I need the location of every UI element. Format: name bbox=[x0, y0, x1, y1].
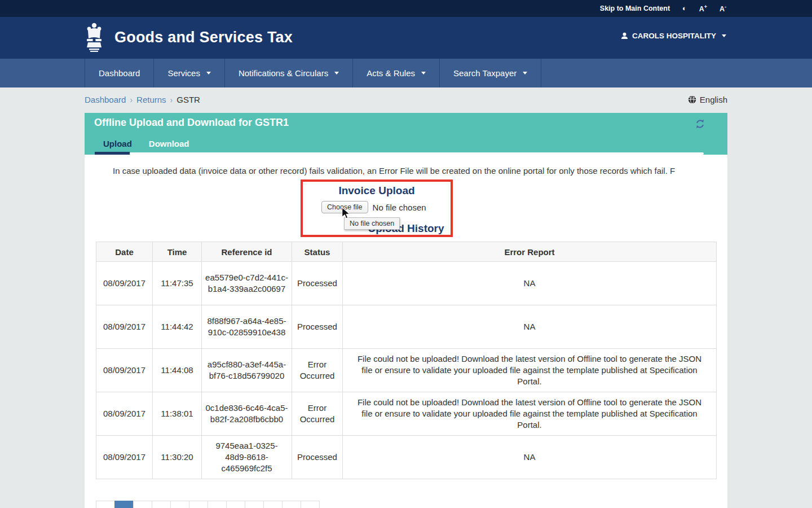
page-title: Goods and Services Tax bbox=[114, 29, 293, 46]
table-row: 08/09/2017 11:44:42 8f88f967-a64a-4e85-9… bbox=[96, 305, 717, 349]
cell-date: 08/09/2017 bbox=[96, 262, 153, 305]
user-menu[interactable]: CAROLS HOSPITALITY bbox=[621, 32, 726, 40]
pagination-item[interactable] bbox=[189, 501, 208, 508]
cell-status: Error Occurred bbox=[292, 349, 343, 392]
cell-time: 11:47:35 bbox=[153, 262, 202, 305]
nav-label: Search Taxpayer bbox=[453, 68, 517, 78]
pagination-item[interactable] bbox=[301, 501, 320, 508]
breadcrumb-dashboard[interactable]: Dashboard bbox=[85, 95, 126, 104]
user-icon bbox=[621, 32, 628, 40]
pagination-item[interactable] bbox=[114, 501, 134, 508]
cell-time: 11:44:08 bbox=[153, 349, 202, 392]
pagination-item[interactable] bbox=[226, 501, 245, 508]
tab-upload[interactable]: Upload bbox=[95, 135, 140, 152]
cell-status: Processed bbox=[292, 305, 343, 349]
font-increase-letter: A bbox=[699, 5, 704, 13]
nav-label: Dashboard bbox=[99, 68, 140, 78]
breadcrumb-separator: › bbox=[130, 95, 133, 104]
upload-history-table: Date Time Reference id Status Error Repo… bbox=[96, 242, 717, 479]
pagination bbox=[96, 501, 320, 508]
cell-date: 08/09/2017 bbox=[96, 305, 153, 349]
cell-error-report: NA bbox=[343, 262, 717, 305]
cell-time: 11:30:20 bbox=[153, 436, 202, 479]
breadcrumb-current: GSTR bbox=[176, 95, 200, 104]
column-header-time: Time bbox=[153, 242, 202, 262]
cell-date: 08/09/2017 bbox=[96, 392, 153, 436]
top-utility-bar: Skip to Main Content ◐ A+ A- bbox=[0, 0, 812, 17]
contrast-toggle-icon[interactable]: ◐ bbox=[682, 5, 687, 12]
cell-date: 08/09/2017 bbox=[96, 349, 153, 392]
cell-error-report: NA bbox=[343, 305, 717, 349]
invoice-upload-title: Invoice Upload bbox=[301, 185, 453, 197]
font-decrease-letter: A bbox=[720, 5, 725, 13]
cell-reference-id: a95cf880-a3ef-445a-bf76-c18d56799020 bbox=[202, 349, 292, 392]
font-increase-button[interactable]: A+ bbox=[699, 4, 707, 13]
column-header-error-report: Error Report bbox=[343, 242, 717, 262]
nav-notifications-circulars[interactable]: Notifications & Circulars bbox=[225, 59, 353, 87]
table-row: 08/09/2017 11:47:35 ea5579e0-c7d2-441c-b… bbox=[96, 262, 717, 305]
column-header-reference-id: Reference id bbox=[202, 242, 292, 262]
pagination-item[interactable] bbox=[96, 501, 115, 508]
column-header-date: Date bbox=[96, 242, 153, 262]
table-row: 08/09/2017 11:44:08 a95cf880-a3ef-445a-b… bbox=[96, 349, 717, 392]
nav-label: Notifications & Circulars bbox=[239, 68, 328, 78]
cell-error-report: NA bbox=[343, 436, 717, 479]
breadcrumb-separator: › bbox=[170, 95, 173, 104]
language-label: English bbox=[700, 95, 727, 104]
user-name: CAROLS HOSPITALITY bbox=[632, 32, 716, 40]
breadcrumb: Dashboard›Returns›GSTR bbox=[85, 95, 200, 104]
cell-status: Processed bbox=[292, 436, 343, 479]
pagination-item[interactable] bbox=[208, 501, 227, 508]
nav-dashboard[interactable]: Dashboard bbox=[85, 59, 154, 87]
cell-status: Processed bbox=[292, 262, 343, 305]
pagination-item[interactable] bbox=[263, 501, 283, 508]
main-navigation: Dashboard Services Notifications & Circu… bbox=[0, 59, 812, 87]
file-input-tooltip: No file chosen bbox=[344, 217, 400, 230]
mouse-cursor-icon bbox=[342, 207, 350, 219]
nav-label: Services bbox=[167, 68, 200, 78]
file-input-row: Choose file No file chosen bbox=[321, 201, 426, 213]
tab-download[interactable]: Download bbox=[140, 135, 198, 152]
panel-title: Offline Upload and Download for GSTR1 bbox=[94, 117, 289, 129]
upload-history-title: Upload History bbox=[85, 222, 727, 235]
pagination-item[interactable] bbox=[133, 501, 152, 508]
cell-reference-id: 0c1de836-6c46-4ca5-b82f-2a208fb6cbb0 bbox=[202, 392, 292, 436]
pagination-item[interactable] bbox=[282, 501, 301, 508]
chevron-down-icon bbox=[523, 72, 527, 75]
font-increase-sign: + bbox=[704, 4, 707, 10]
india-emblem-icon bbox=[85, 21, 104, 54]
chevron-down-icon bbox=[421, 72, 426, 75]
chevron-down-icon bbox=[206, 72, 211, 75]
chevron-down-icon bbox=[334, 72, 339, 75]
breadcrumb-returns[interactable]: Returns bbox=[136, 95, 166, 104]
offline-upload-panel-header: Offline Upload and Download for GSTR1 Up… bbox=[85, 113, 727, 155]
panel-tabs: Upload Download bbox=[95, 135, 198, 152]
cell-error-report: File could not be uploaded! Download the… bbox=[343, 349, 717, 392]
table-header-row: Date Time Reference id Status Error Repo… bbox=[96, 242, 717, 262]
cell-status: Error Occurred bbox=[292, 392, 343, 436]
pagination-item[interactable] bbox=[245, 501, 264, 508]
column-header-status: Status bbox=[292, 242, 343, 262]
font-decrease-sign: - bbox=[725, 4, 726, 10]
pagination-item[interactable] bbox=[152, 501, 171, 508]
cell-reference-id: ea5579e0-c7d2-441c-b1a4-339aa2c00697 bbox=[202, 262, 292, 305]
brand: Goods and Services Tax bbox=[85, 21, 293, 54]
nav-services[interactable]: Services bbox=[154, 59, 225, 87]
cell-time: 11:44:42 bbox=[153, 305, 202, 349]
nav-acts-rules[interactable]: Acts & Rules bbox=[353, 59, 440, 87]
upload-tab-content: In case uploaded data (invoice data or o… bbox=[85, 155, 727, 508]
cell-time: 11:38:01 bbox=[153, 392, 202, 436]
refresh-icon[interactable] bbox=[695, 119, 705, 129]
cell-reference-id: 9745eaa1-0325-48d9-8618-c465969fc2f5 bbox=[202, 436, 292, 479]
table-row: 08/09/2017 11:38:01 0c1de836-6c46-4ca5-b… bbox=[96, 392, 717, 436]
no-file-chosen-text: No file chosen bbox=[373, 203, 426, 212]
pagination-item[interactable] bbox=[170, 501, 189, 508]
skip-to-main-content-link[interactable]: Skip to Main Content bbox=[600, 5, 670, 12]
cell-reference-id: 8f88f967-a64a-4e85-910c-02859910e438 bbox=[202, 305, 292, 349]
nav-search-taxpayer[interactable]: Search Taxpayer bbox=[440, 59, 541, 87]
cell-date: 08/09/2017 bbox=[96, 436, 153, 479]
breadcrumb-row: Dashboard›Returns›GSTR English bbox=[85, 92, 727, 107]
language-selector[interactable]: English bbox=[688, 95, 727, 104]
font-decrease-button[interactable]: A- bbox=[720, 4, 726, 13]
table-row: 08/09/2017 11:30:20 9745eaa1-0325-48d9-8… bbox=[96, 436, 717, 479]
